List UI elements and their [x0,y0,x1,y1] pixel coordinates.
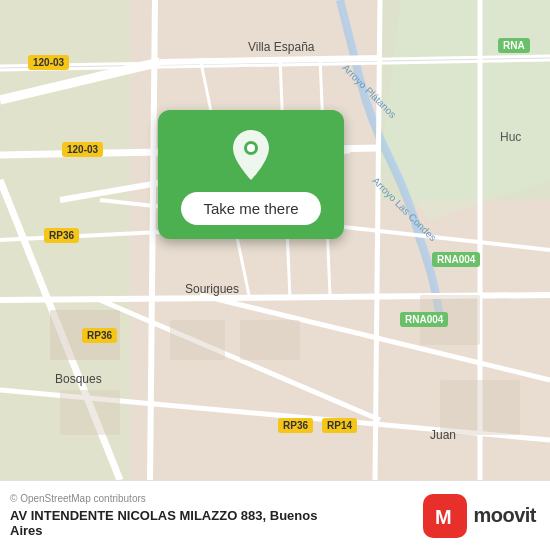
badge-rna-top: RNA [498,38,530,53]
badge-rna004-1: RNA004 [432,252,480,267]
svg-rect-27 [170,320,225,360]
marker-card: Take me there [158,110,344,239]
address-text: AV INTENDENTE NICOLAS MILAZZO 883, Bueno… [10,508,317,538]
moovit-logo: M moovit [423,494,536,538]
moovit-text: moovit [473,504,536,527]
svg-point-32 [247,144,255,152]
label-sourigues: Sourigues [185,282,239,296]
badge-rna004-2: RNA004 [400,312,448,327]
svg-rect-28 [240,320,300,360]
badge-rp36-3: RP36 [278,418,313,433]
svg-text:M: M [435,506,452,528]
label-villa-espana: Villa España [248,40,315,54]
label-huc: Huc [500,130,521,144]
badge-rp36-1: RP36 [44,228,79,243]
badge-rp36-2: RP36 [82,328,117,343]
location-pin-icon [228,128,274,182]
map: Villa España Sourigues Bosques Juan Arro… [0,0,550,480]
badge-120-03-2: 120-03 [62,142,103,157]
badge-rp14: RP14 [322,418,357,433]
badge-120-03-1: 120-03 [28,55,69,70]
take-me-there-button[interactable]: Take me there [181,192,320,225]
copyright-text: © OpenStreetMap contributors [10,493,317,504]
address-section: © OpenStreetMap contributors AV INTENDEN… [10,493,317,538]
bottom-bar: © OpenStreetMap contributors AV INTENDEN… [0,480,550,550]
label-bosques: Bosques [55,372,102,386]
svg-rect-26 [60,390,120,435]
label-juan: Juan [430,428,456,442]
moovit-icon: M [423,494,467,538]
svg-rect-30 [440,380,520,435]
